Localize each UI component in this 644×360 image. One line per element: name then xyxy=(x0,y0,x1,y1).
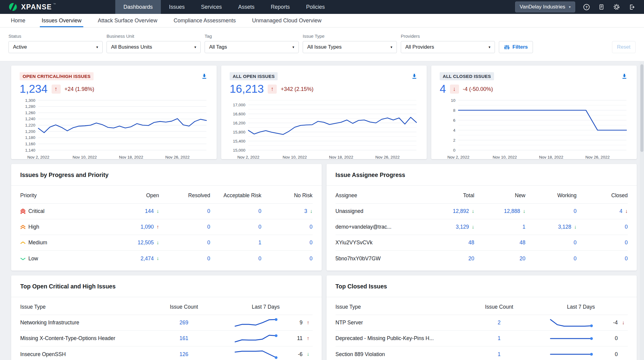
table-column-header: Issue Type xyxy=(20,304,149,310)
table-cell[interactable]: 144↓ xyxy=(108,208,159,214)
xpanse-dashboard-page: XPANSE ™ Dashboards Issues Services Asse… xyxy=(0,0,644,360)
kpi-delta: +24 (1.98%) xyxy=(65,86,94,92)
dropdown-value: All Business Units xyxy=(111,44,152,50)
table-cell[interactable]: 1 xyxy=(464,351,534,358)
tab-home[interactable]: Home xyxy=(9,14,27,27)
logout-icon[interactable] xyxy=(628,3,636,11)
kpi-title-badge: OPEN CRITICAL/HIGH ISSUES xyxy=(20,72,94,80)
table-cell[interactable]: 12,505↓ xyxy=(108,239,159,246)
table-cell[interactable]: 161 xyxy=(149,335,219,342)
table-cell[interactable]: 12,888↓ xyxy=(474,208,525,214)
table-cell[interactable]: 1 xyxy=(464,335,534,342)
issue-type-dropdown[interactable]: All Issue Types ▾ xyxy=(303,41,397,53)
table-row: Deprecated - Missing Public-Key-Pins H..… xyxy=(336,331,628,346)
business-unit-dropdown[interactable]: All Business Units ▾ xyxy=(107,41,201,53)
table-cell[interactable]: 0 xyxy=(159,224,210,230)
table-cell[interactable]: 1,090↑ xyxy=(108,224,159,230)
svg-text:1,200: 1,200 xyxy=(25,129,35,134)
nav-item-services[interactable]: Services xyxy=(193,0,230,14)
nav-item-assets[interactable]: Assets xyxy=(230,0,263,14)
table-cell[interactable]: 0 xyxy=(210,256,261,262)
svg-text:Nov 2, 2022: Nov 2, 2022 xyxy=(448,155,470,159)
table-cell[interactable]: 0 xyxy=(577,239,628,246)
table-cell: Unassigned xyxy=(336,208,423,214)
table-header-row: Issue TypeIssue CountLast 7 Days xyxy=(336,298,628,315)
table-cell[interactable]: 0 xyxy=(159,256,210,262)
tag-dropdown[interactable]: All Tags ▾ xyxy=(205,41,299,53)
kpi-delta: -4 (-50.00%) xyxy=(463,86,493,92)
nav-item-issues[interactable]: Issues xyxy=(161,0,193,14)
table-cell[interactable]: 4↓ xyxy=(577,208,628,214)
table-cell[interactable]: 0 xyxy=(159,208,210,214)
scrollbar-thumb[interactable] xyxy=(640,64,643,152)
tab-attack-surface-overview[interactable]: Attack Surface Overview xyxy=(96,14,159,27)
svg-text:1,220: 1,220 xyxy=(25,123,35,127)
settings-gear-icon[interactable] xyxy=(613,3,620,11)
svg-text:1,260: 1,260 xyxy=(25,111,35,115)
table-cell[interactable]: 3,129↓ xyxy=(423,224,474,230)
table-cell[interactable]: 1 xyxy=(474,224,525,230)
table-cell[interactable]: 3,128↓ xyxy=(525,224,576,230)
tab-unmanaged-cloud-overview[interactable]: Unmanaged Cloud Overview xyxy=(250,14,323,27)
svg-text:Nov 18, 2022: Nov 18, 2022 xyxy=(329,155,353,159)
table-cell[interactable]: 0 xyxy=(261,256,312,262)
table-cell[interactable]: 0 xyxy=(525,239,576,246)
table-cell: Low xyxy=(20,256,108,262)
table-cell[interactable]: 1 xyxy=(210,239,261,246)
account-switcher[interactable]: VanDelay Industries ▾ xyxy=(515,2,575,12)
tab-issues-overview[interactable]: Issues Overview xyxy=(40,14,83,27)
table-cell: Critical xyxy=(20,208,108,214)
table-cell[interactable]: 3↓ xyxy=(261,208,312,214)
scrollbar[interactable] xyxy=(640,62,644,360)
kpi-title-badge: ALL CLOSED ISSUES xyxy=(440,72,494,80)
table-column-header: Last 7 Days xyxy=(534,304,628,310)
table-cell[interactable]: 0 xyxy=(159,239,210,246)
table-cell[interactable]: 12,892↓ xyxy=(423,208,474,214)
download-icon[interactable] xyxy=(620,72,628,80)
providers-dropdown[interactable]: All Providers ▾ xyxy=(401,41,495,53)
table-row: demo+vandelay@trac...3,129↓13,128↓0 xyxy=(336,219,628,235)
table-cell[interactable]: 0 xyxy=(261,224,312,230)
table-cell[interactable]: 48 xyxy=(423,239,474,246)
dropdown-value: All Providers xyxy=(405,44,434,50)
download-icon[interactable] xyxy=(200,72,208,80)
table-cell[interactable]: 0 xyxy=(525,208,576,214)
table-column-header: Issue Count xyxy=(464,304,534,310)
table-cell[interactable]: 0 xyxy=(261,239,312,246)
table-cell[interactable]: 0 xyxy=(525,256,576,262)
table-cell[interactable]: 2,474↓ xyxy=(108,256,159,262)
table-cell[interactable]: 20 xyxy=(423,256,474,262)
trend-chart: 1,3001,2801,2601,2401,2201,2001,1801,160… xyxy=(20,98,208,160)
table-cell[interactable]: 48 xyxy=(474,239,525,246)
filter-status: Status Active ▾ xyxy=(8,34,103,53)
download-icon[interactable] xyxy=(410,72,418,80)
status-dropdown[interactable]: Active ▾ xyxy=(8,41,103,53)
table-cell[interactable]: 0 xyxy=(210,224,261,230)
table-cell[interactable]: 0 xyxy=(577,224,628,230)
table-cell[interactable]: 126 xyxy=(149,351,219,358)
trend-arrow-icon: ↓ xyxy=(472,208,474,214)
filter-label: Tag xyxy=(205,34,299,39)
table-column-header: No Risk xyxy=(261,192,312,199)
table-cell[interactable]: 269 xyxy=(149,320,219,326)
table-cell: Networking Infrastructure xyxy=(20,320,149,326)
filters-button[interactable]: Filters xyxy=(499,41,533,53)
table-column-header: Resolved xyxy=(159,192,210,199)
table-cell[interactable]: 0 xyxy=(210,208,261,214)
svg-text:4: 4 xyxy=(453,128,455,133)
help-icon[interactable]: ? xyxy=(582,3,590,11)
svg-text:Nov 18, 2022: Nov 18, 2022 xyxy=(539,155,563,159)
table-cell[interactable]: 2 xyxy=(464,320,534,326)
nav-item-dashboards[interactable]: Dashboards xyxy=(115,0,161,14)
reset-button[interactable]: Reset xyxy=(612,41,636,53)
table-cell[interactable]: 20 xyxy=(474,256,525,262)
trend-arrow-icon: ↓ xyxy=(574,224,577,230)
kpi-card-all-closed-issues: ALL CLOSED ISSUES 4 ↓ -4 (-50.00%) 10864… xyxy=(431,66,637,159)
tab-compliance-assessments[interactable]: Compliance Assessments xyxy=(172,14,238,27)
nav-item-reports[interactable]: Reports xyxy=(263,0,298,14)
table-cell[interactable]: 0 xyxy=(577,256,628,262)
release-notes-icon[interactable] xyxy=(598,3,605,11)
nav-item-policies[interactable]: Policies xyxy=(298,0,333,14)
trend-arrow-icon: ↓ xyxy=(310,208,313,214)
kpi-row: OPEN CRITICAL/HIGH ISSUES 1,234 ↑ +24 (1… xyxy=(11,66,637,159)
